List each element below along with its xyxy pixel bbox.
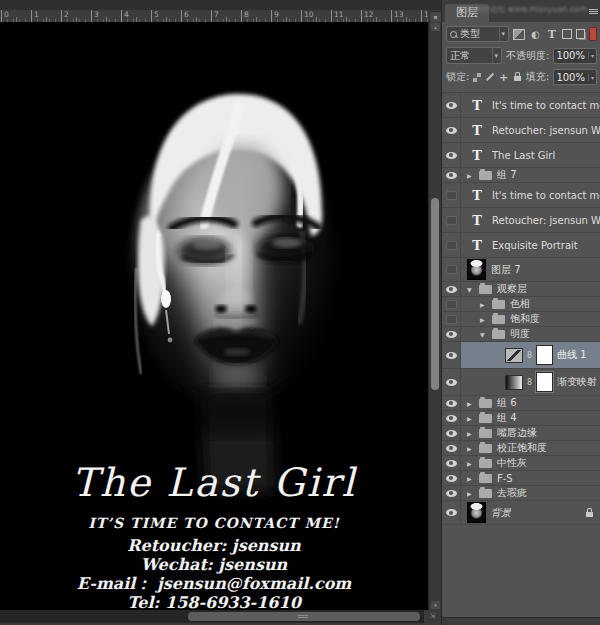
disclosure-open-triangle-icon[interactable]: ▼ (467, 286, 474, 293)
disclosure-triangle-icon[interactable]: ▶ (467, 445, 474, 452)
filter-type-dropdown[interactable]: 类型 ▾ (446, 26, 509, 42)
layer-row[interactable]: ▶校正饱和度 (442, 441, 600, 456)
eye-toggle[interactable] (442, 456, 461, 470)
layer-filtering-toggle[interactable] (589, 27, 597, 41)
eye-toggle[interactable] (442, 168, 461, 182)
layer-row[interactable]: ▶中性灰 (442, 456, 600, 471)
layer-row[interactable]: ▶组 4 (442, 411, 600, 426)
blend-mode-select[interactable]: 正常 ▾ (446, 47, 502, 64)
layer-mask-thumbnail[interactable] (536, 372, 553, 392)
layer-row[interactable]: ▶去瑕疵 (442, 486, 600, 501)
eye-icon (446, 490, 457, 497)
gradient-map-adjustment-icon[interactable] (505, 375, 523, 390)
fill-input[interactable]: 100% ▾ (553, 69, 597, 85)
disclosure-open-triangle-icon[interactable]: ▼ (480, 331, 487, 338)
layer-row[interactable]: ▼明度 (442, 327, 600, 342)
ruler-tick (211, 10, 212, 22)
layer-row[interactable]: TRetoucher: jsensun Wech... (442, 208, 600, 233)
eye-toggle[interactable] (442, 208, 461, 232)
layer-row[interactable]: 8曲线 1 (442, 342, 600, 369)
layer-name: The Last Girl (492, 150, 555, 161)
eye-toggle[interactable] (442, 297, 461, 311)
layer-row[interactable]: ▶色相 (442, 297, 600, 312)
scrollbar-up-arrow-icon[interactable]: ▴ (431, 23, 440, 31)
chevron-down-icon: ▾ (588, 74, 594, 81)
filter-shape-layers-icon[interactable] (562, 29, 572, 39)
layer-row[interactable]: ▼观察层 (442, 282, 600, 297)
scroll-corner-icon[interactable]: ⇲ (424, 610, 441, 623)
disclosure-triangle-icon[interactable]: ▶ (467, 172, 474, 179)
ruler-tick (331, 10, 332, 22)
horizontal-scrollbar[interactable] (0, 610, 424, 623)
filter-type-layers-icon[interactable]: T (546, 28, 558, 40)
layer-row[interactable]: 背景 (442, 501, 600, 525)
eye-toggle[interactable] (442, 426, 461, 440)
lock-image-pixels-icon[interactable] (485, 72, 495, 83)
opacity-input[interactable]: 100% ▾ (553, 48, 597, 64)
layer-name: It's time to contact me! (492, 100, 600, 111)
disclosure-triangle-icon[interactable]: ▶ (480, 316, 487, 323)
lock-all-icon[interactable] (512, 72, 522, 83)
scrollbar-down-arrow-icon[interactable]: ▾ (431, 601, 440, 609)
layer-row[interactable]: ▶嘴唇边缘 (442, 426, 600, 441)
layer-name: 校正饱和度 (497, 441, 547, 455)
vertical-scrollbar-thumb[interactable] (431, 198, 439, 390)
eye-toggle[interactable] (442, 411, 461, 425)
eye-toggle[interactable] (442, 501, 461, 524)
disclosure-triangle-icon[interactable]: ▶ (467, 460, 474, 467)
layer-mask-thumbnail[interactable] (536, 345, 553, 365)
disclosure-triangle-icon[interactable]: ▶ (467, 430, 474, 437)
layer-row[interactable]: ▶组 7 (442, 168, 600, 183)
ruler-tick (1, 10, 2, 22)
canvas[interactable]: The Last Girl IT’S TIME TO CONTACT ME! R… (0, 22, 428, 610)
filter-adjustment-layers-icon[interactable]: ◐ (529, 28, 541, 40)
layer-row[interactable]: TRetoucher: jsensun Wech... (442, 118, 600, 143)
layer-row[interactable]: ▶F-S (442, 471, 600, 486)
eye-toggle[interactable] (442, 327, 461, 341)
disclosure-triangle-icon[interactable]: ▶ (467, 475, 474, 482)
eye-toggle[interactable] (442, 282, 461, 296)
lock-position-icon[interactable]: + (499, 72, 509, 83)
panel-menu-icon[interactable] (589, 8, 598, 15)
layer-thumbnail[interactable] (467, 502, 486, 523)
layer-name: 中性灰 (497, 456, 527, 470)
filter-pixel-layers-icon[interactable] (513, 29, 525, 40)
layer-row[interactable]: ▶组 6 (442, 396, 600, 411)
eye-toggle[interactable] (442, 471, 461, 485)
eye-toggle[interactable] (442, 486, 461, 500)
layer-row[interactable]: ▶饱和度 (442, 312, 600, 327)
eye-toggle[interactable] (442, 93, 461, 117)
layer-row[interactable]: TIt's time to contact me! ... (442, 183, 600, 208)
lock-transparent-pixels-icon[interactable] (473, 73, 480, 82)
eye-icon (446, 430, 457, 437)
layer-row[interactable]: 8渐变映射 1 (442, 369, 600, 396)
filter-smart-objects-icon[interactable] (576, 29, 586, 39)
vertical-scrollbar[interactable]: ▴ ▾ (428, 22, 442, 610)
eye-toggle[interactable] (442, 258, 461, 281)
layer-row[interactable]: TIt's time to contact me! (442, 93, 600, 118)
curves-adjustment-icon[interactable] (505, 348, 523, 363)
disclosure-triangle-icon[interactable]: ▶ (467, 400, 474, 407)
eye-toggle[interactable] (442, 396, 461, 410)
folder-icon (492, 315, 505, 324)
horizontal-scrollbar-thumb[interactable] (188, 612, 420, 621)
disclosure-triangle-icon[interactable]: ▶ (467, 415, 474, 422)
eye-toggle[interactable] (442, 312, 461, 326)
layer-row[interactable]: TThe Last Girl (442, 143, 600, 168)
eye-toggle[interactable] (442, 441, 461, 455)
layer-row[interactable]: 图层 7 (442, 258, 600, 282)
layer-name: 曲线 1 (557, 348, 587, 362)
layer-thumbnail[interactable] (467, 259, 486, 280)
disclosure-triangle-icon[interactable]: ▶ (467, 490, 474, 497)
eye-icon (446, 400, 457, 407)
eye-toggle[interactable] (442, 369, 461, 395)
eye-toggle[interactable] (442, 143, 461, 167)
layer-row[interactable]: TExquisite Portrait (442, 233, 600, 258)
eye-toggle[interactable] (442, 342, 461, 368)
disclosure-triangle-icon[interactable]: ▶ (480, 301, 487, 308)
ruler-number: 1 (34, 10, 39, 19)
eye-toggle[interactable] (442, 118, 461, 142)
eye-toggle[interactable] (442, 233, 461, 257)
eye-toggle[interactable] (442, 183, 461, 207)
eye-icon (446, 172, 457, 179)
